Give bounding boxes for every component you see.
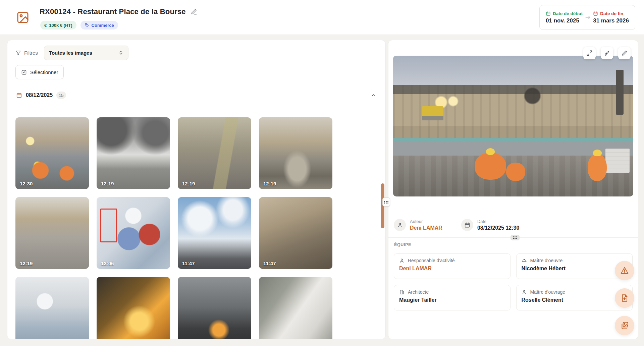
warning-triangle-icon: [620, 266, 629, 275]
checkbox-icon: [21, 69, 27, 75]
photo-count-badge: 15: [56, 92, 66, 99]
author-link[interactable]: Deni LAMAR: [410, 225, 442, 231]
photo-timestamp: 12:19: [20, 261, 33, 266]
edit-title-icon[interactable]: [191, 8, 197, 15]
team-card-label: Maître d'oeuvre: [530, 258, 563, 263]
annotate-brush-button[interactable]: [601, 47, 613, 59]
team-card-architecte: Architecte Maugier Tailler: [394, 285, 511, 310]
floating-actions: [615, 261, 634, 335]
gallery-toolbar: Filtres Toutes les images Sélectionner: [7, 40, 385, 85]
detail-divider: [388, 237, 638, 238]
photo-thumbnail[interactable]: 12:06: [97, 197, 170, 269]
date-group-label: 08/12/2025: [26, 92, 53, 98]
photo-timestamp: 12:06: [101, 261, 114, 266]
arrow-right-icon: [585, 14, 591, 21]
date-group-header[interactable]: 08/12/2025 15: [7, 85, 385, 105]
add-photos-button[interactable]: [615, 316, 634, 335]
photo-thumbnail[interactable]: 11:47: [259, 197, 332, 269]
team-card-responsable: Responsable d'activité Deni LAMAR: [394, 253, 511, 279]
calendar-icon: [16, 92, 22, 98]
updown-chevron-icon: [118, 50, 123, 55]
team-card-label: Maître d'ouvrage: [530, 289, 566, 295]
project-image-icon: [16, 11, 30, 24]
funnel-icon: [15, 50, 21, 56]
photo-thumbnail[interactable]: 11:47: [178, 197, 251, 269]
photo-meta-row: Auteur Deni LAMAR Date 08/12/2025 12:30: [394, 215, 633, 235]
team-card-value[interactable]: Deni LAMAR: [399, 266, 505, 272]
budget-badge: € 100k € (HT): [40, 21, 76, 30]
team-card-value: Roselle Clément: [522, 297, 628, 303]
photo-thumbnail[interactable]: 12:19: [178, 117, 251, 189]
image-filter-dropdown[interactable]: Toutes les images: [44, 46, 128, 60]
photo-thumbnail[interactable]: [259, 277, 332, 339]
report-issue-button[interactable]: [615, 261, 634, 280]
image-filter-dropdown-value: Toutes les images: [49, 50, 92, 56]
photo-timestamp: 11:47: [263, 261, 276, 266]
author-avatar: [394, 219, 406, 231]
gallery-panel: Filtres Toutes les images Sélectionner 0…: [7, 40, 386, 339]
date-start-value: 01 nov. 2025: [546, 17, 579, 24]
grip-dots-icon: [384, 201, 388, 204]
project-badges: € 100k € (HT) Commerce: [40, 21, 118, 30]
preview-actions: [583, 47, 631, 59]
select-button-label: Sélectionner: [30, 69, 58, 75]
panel-resize-handle[interactable]: [382, 197, 390, 207]
photo-thumbnail[interactable]: 12:19: [97, 117, 170, 189]
preview-worker: [475, 153, 506, 180]
euro-icon: €: [44, 23, 47, 28]
filters-label: Filtres: [15, 50, 38, 56]
add-document-button[interactable]: [615, 288, 634, 308]
hardhat-icon: [522, 258, 527, 263]
author-label: Auteur: [410, 219, 442, 224]
team-card-label: Architecte: [408, 289, 429, 295]
preview-blocks: [605, 149, 630, 172]
team-section-title: ÉQUIPE: [394, 242, 411, 247]
chevron-up-icon: [371, 93, 376, 98]
photo-thumbnail[interactable]: 12:30: [15, 117, 89, 189]
tag-icon: [85, 23, 89, 27]
photo-preview[interactable]: [393, 56, 633, 196]
preview-worker: [588, 154, 607, 181]
photo-thumbnail[interactable]: [97, 277, 170, 339]
category-badge-label: Commerce: [92, 23, 114, 28]
author-meta: Auteur Deni LAMAR: [394, 219, 442, 231]
photo-timestamp: 12:19: [101, 181, 114, 186]
date-label: Date: [477, 219, 519, 224]
app-screen: RX00124 - Restaurant Place de la Bourse …: [0, 0, 644, 346]
photo-thumbnail[interactable]: [15, 277, 89, 339]
team-card-value: Nicodème Hébert: [522, 266, 628, 272]
select-button[interactable]: Sélectionner: [15, 65, 64, 79]
date-end-label: Date de fin: [593, 11, 623, 16]
date-end-value: 31 mars 2026: [593, 17, 629, 24]
fullscreen-button[interactable]: [583, 47, 596, 59]
calendar-icon: [593, 11, 598, 16]
date-avatar: [461, 219, 473, 231]
expand-icon: [586, 50, 593, 56]
preview-statue: [616, 70, 624, 115]
preview-worker: [506, 163, 525, 181]
team-card-label: Responsable d'activité: [408, 258, 455, 263]
preview-fence: [393, 138, 633, 141]
edit-photo-button[interactable]: [618, 47, 631, 59]
file-plus-icon: [620, 294, 629, 302]
preview-machine: [422, 106, 443, 120]
team-card-value: Maugier Tailler: [399, 297, 505, 303]
date-meta: Date 08/12/2025 12:30: [461, 219, 519, 231]
photo-timestamp: 11:47: [182, 261, 195, 266]
page-title: RX00124 - Restaurant Place de la Bourse: [40, 7, 186, 16]
calendar-icon: [464, 222, 470, 228]
photo-timestamp: 12:19: [263, 181, 276, 186]
photo-grid: 12:30 12:19 12:19 12:19 12:19 12:06 11:4…: [15, 117, 332, 339]
red-annotation-rectangle: [100, 209, 117, 242]
photo-thumbnail[interactable]: 12:19: [259, 117, 332, 189]
project-dates-card: Date de début 01 nov. 2025 Date de fin 3…: [539, 5, 635, 30]
photo-detail-panel: Auteur Deni LAMAR Date 08/12/2025 12:30 …: [388, 40, 638, 339]
building-icon: [399, 289, 405, 295]
photo-thumbnail[interactable]: 12:19: [15, 197, 89, 269]
images-icon: [620, 321, 629, 330]
section-resize-handle[interactable]: [511, 235, 520, 240]
person-icon: [522, 289, 527, 295]
team-grid: Responsable d'activité Deni LAMAR Maître…: [394, 253, 633, 310]
date-start-label: Date de début: [546, 11, 583, 16]
photo-thumbnail[interactable]: [178, 277, 251, 339]
